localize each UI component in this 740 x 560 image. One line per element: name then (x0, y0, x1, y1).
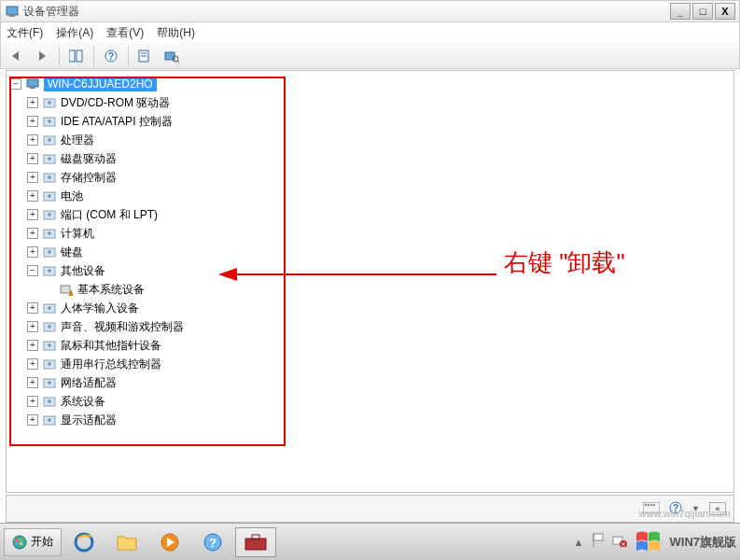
tray-chevron[interactable]: « (709, 502, 726, 515)
forward-button[interactable] (31, 46, 53, 66)
tree-expander[interactable]: + (27, 358, 38, 370)
tree-expander[interactable]: + (27, 302, 38, 314)
tree-expander[interactable]: + (27, 396, 38, 407)
svg-rect-55 (648, 504, 649, 506)
svg-rect-72 (593, 534, 603, 540)
tree-node-0[interactable]: +DVD/CD-ROM 驱动器 (10, 93, 730, 112)
svg-point-29 (48, 231, 51, 235)
tree-node-9-0[interactable]: !基本系统设备 (10, 280, 730, 299)
tree-node-1[interactable]: +IDE ATA/ATAPI 控制器 (10, 112, 730, 131)
tree-node-12[interactable]: +鼠标和其他指针设备 (10, 336, 730, 355)
usb-icon (42, 357, 57, 371)
close-button[interactable]: X (715, 3, 735, 20)
tree-node-label: 磁盘驱动器 (61, 151, 117, 167)
other-icon (43, 264, 56, 277)
tree-node-label: 人体学输入设备 (61, 301, 139, 316)
content-pane: −WIN-C6JJUAED2HO+DVD/CD-ROM 驱动器+IDE ATA/… (6, 70, 734, 493)
toolbar: ? (0, 43, 740, 69)
tray-dropdown-icon[interactable]: ▼ (691, 504, 700, 513)
disk-icon (42, 151, 57, 166)
tray-flag-icon[interactable] (592, 533, 605, 551)
tree-expander[interactable]: + (27, 414, 38, 426)
views-button[interactable] (65, 46, 88, 66)
maximize-button[interactable]: □ (692, 3, 713, 20)
tree-expander[interactable]: + (27, 134, 38, 146)
cpu-icon (42, 133, 57, 147)
tree-expander[interactable]: + (27, 228, 38, 239)
tree-expander[interactable]: + (27, 246, 38, 258)
tree-node-label: 端口 (COM 和 LPT) (61, 207, 158, 223)
properties-button[interactable] (134, 46, 157, 66)
tree-node-label: 存储控制器 (61, 170, 117, 186)
start-button[interactable]: 开始 (4, 528, 62, 556)
tree-node-4[interactable]: +存储控制器 (10, 168, 730, 187)
back-button[interactable] (5, 46, 27, 66)
system-icon (43, 395, 56, 408)
tree-node-15[interactable]: +系统设备 (10, 392, 730, 411)
tree-expander[interactable]: + (27, 340, 38, 351)
taskbar-ie[interactable] (63, 527, 105, 557)
taskbar-help[interactable]: ? (192, 527, 233, 557)
taskbar-explorer[interactable] (106, 527, 147, 557)
tree-expander[interactable]: + (27, 190, 38, 202)
menu-action[interactable]: 操作(A) (56, 25, 93, 41)
tree-root[interactable]: −WIN-C6JJUAED2HO (10, 75, 730, 93)
tree-expander[interactable]: + (27, 116, 38, 127)
tree-node-10[interactable]: +人体学输入设备 (10, 299, 730, 317)
scan-button[interactable] (161, 46, 183, 66)
svg-rect-54 (645, 504, 647, 506)
storage-icon (43, 171, 56, 184)
network-icon (43, 376, 56, 389)
menu-file[interactable]: 文件(F) (7, 25, 43, 41)
tree-node-label: 其他设备 (61, 263, 105, 279)
tree-node-11[interactable]: +声音、视频和游戏控制器 (10, 317, 730, 336)
tree-node-16[interactable]: +显示适配器 (10, 411, 730, 429)
svg-point-48 (48, 399, 51, 403)
help-button[interactable]: ? (100, 46, 122, 66)
tree-node-6[interactable]: +端口 (COM 和 LPT) (10, 205, 730, 224)
tray-network-error-icon[interactable] (612, 534, 627, 550)
tree-expander[interactable]: − (10, 78, 21, 90)
tree-node-5[interactable]: +电池 (10, 187, 730, 205)
tree-node-3[interactable]: +磁盘驱动器 (10, 149, 730, 168)
tree-expander[interactable]: − (27, 265, 38, 276)
folder-icon (116, 533, 138, 552)
tree-expander[interactable]: + (27, 172, 38, 183)
tree-expander[interactable]: + (27, 153, 38, 164)
svg-rect-0 (7, 7, 18, 15)
hid-icon (42, 301, 57, 315)
ide-icon (43, 115, 56, 128)
svg-point-40 (48, 325, 51, 329)
tree-node-7[interactable]: +计算机 (10, 224, 730, 243)
svg-rect-62 (20, 539, 22, 541)
windows-flag-icon (635, 529, 663, 555)
tree-node-14[interactable]: +网络适配器 (10, 373, 730, 392)
tray-chevron-up-icon[interactable]: ▲ (574, 537, 584, 548)
menu-view[interactable]: 查看(V) (106, 25, 144, 41)
properties-icon (138, 49, 153, 63)
help-tray-icon[interactable]: ? (669, 501, 682, 517)
status-strip: ? ▼ « (6, 495, 734, 523)
tree-expander[interactable]: + (27, 209, 38, 220)
port-icon (43, 208, 56, 221)
separator (59, 47, 60, 65)
device-tree[interactable]: −WIN-C6JJUAED2HO+DVD/CD-ROM 驱动器+IDE ATA/… (10, 75, 730, 488)
display-icon (42, 413, 57, 427)
menu-help[interactable]: 帮助(H) (157, 25, 195, 41)
svg-rect-53 (643, 502, 660, 513)
tree-expander[interactable]: + (27, 321, 38, 332)
keyboard-icon (42, 245, 57, 259)
tree-node-label: 通用串行总线控制器 (61, 357, 161, 372)
taskbar-toolbox[interactable] (235, 527, 276, 557)
tree-node-2[interactable]: +处理器 (10, 131, 730, 149)
svg-point-23 (48, 175, 51, 179)
tree-expander[interactable]: + (27, 97, 38, 108)
taskbar: 开始 ? ▲ WIN7旗舰版 (0, 523, 740, 560)
tree-node-13[interactable]: +通用串行总线控制器 (10, 355, 730, 373)
minimize-button[interactable]: _ (670, 3, 691, 20)
scan-icon (164, 49, 179, 63)
svg-point-15 (48, 101, 51, 105)
taskbar-wmp[interactable] (149, 527, 190, 557)
app-icon (5, 4, 20, 19)
tree-expander[interactable]: + (27, 377, 38, 388)
